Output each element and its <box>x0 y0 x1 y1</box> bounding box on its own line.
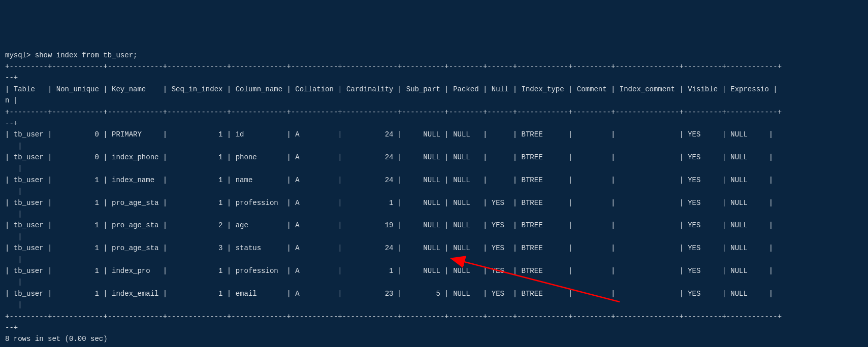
table-separator: +---------+------------+-------------+--… <box>5 311 863 322</box>
mysql-prompt: mysql> show index from tb_user; <box>5 50 863 61</box>
table-wrap-line: | <box>5 299 863 310</box>
table-wrap-line: | <box>5 276 863 288</box>
table-row: | tb_user | 1 | pro_age_sta | 2 | age | … <box>5 220 863 231</box>
table-row: | tb_user | 0 | PRIMARY | 1 | id | A | 2… <box>5 129 863 140</box>
table-row: | tb_user | 1 | index_email | 1 | email … <box>5 288 863 299</box>
table-wrap-line: | <box>5 231 863 242</box>
table-wrap-line: | <box>5 186 863 197</box>
table-wrap-line: | <box>5 141 863 152</box>
table-row: | tb_user | 1 | pro_age_sta | 1 | profes… <box>5 197 863 209</box>
result-summary: 8 rows in set (0.00 sec) <box>5 333 863 344</box>
table-wrap-line: | <box>5 209 863 220</box>
table-row: | tb_user | 1 | index_name | 1 | name | … <box>5 175 863 186</box>
table-wrap-line: --+ <box>5 322 863 333</box>
table-wrap-line: | <box>5 254 863 265</box>
table-wrap-line: --+ <box>5 118 863 129</box>
table-row: | tb_user | 1 | index_pro | 1 | professi… <box>5 265 863 276</box>
mysql-terminal-output: mysql> show index from tb_user;+--------… <box>5 50 863 345</box>
table-row: | tb_user | 0 | index_phone | 1 | phone … <box>5 152 863 163</box>
table-wrap-line: --+ <box>5 72 863 83</box>
table-separator: +---------+------------+-------------+--… <box>5 107 863 118</box>
table-header-row: | Table | Non_unique | Key_name | Seq_in… <box>5 84 863 95</box>
table-wrap-line: | <box>5 163 863 174</box>
table-separator: +---------+------------+-------------+--… <box>5 61 863 72</box>
table-row: | tb_user | 1 | pro_age_sta | 3 | status… <box>5 242 863 254</box>
table-wrap-line: n | <box>5 95 863 106</box>
